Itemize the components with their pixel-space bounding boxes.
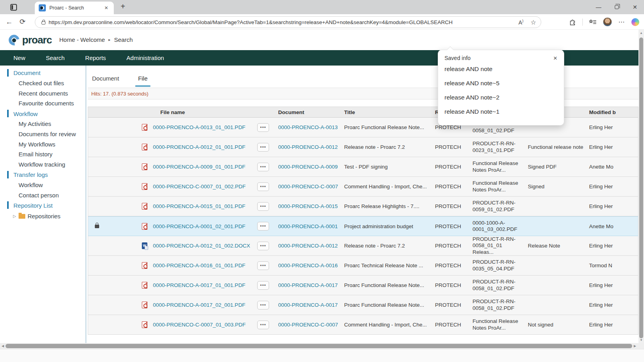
table-row[interactable]: 0000-PROENCO-A-0012_01_001.PDF ••• 0000-…	[88, 137, 638, 157]
row-menu-button[interactable]: •••	[257, 281, 269, 290]
scroll-up-icon[interactable]: ▲	[638, 31, 644, 35]
row-menu-button[interactable]: •••	[257, 222, 269, 231]
column-header-modified-by[interactable]: Modified b	[585, 109, 638, 115]
column-header-title[interactable]: Title	[340, 109, 431, 115]
saved-info-item[interactable]: release AND note~1	[438, 105, 564, 119]
document-link[interactable]: 0000-PROENCO-A-0009	[278, 164, 338, 170]
nav-item-administration[interactable]: Administration	[126, 54, 164, 61]
sidebar-item-workflow-tracking[interactable]: Workflow tracking	[0, 159, 86, 170]
table-row[interactable]: 0000-PROENCO-A-0012_01_002.DOCX ••• 0000…	[88, 236, 638, 256]
sidebar-item-recent-documents[interactable]: Recent documents	[0, 88, 86, 99]
sidebar-item-documents-for-review[interactable]: Documents for review	[0, 129, 86, 139]
document-link[interactable]: 0000-PROENCO-A-0017	[278, 282, 338, 288]
document-link[interactable]: 0000-PROENCO-A-0015	[278, 203, 338, 209]
site-security-icon[interactable]	[41, 21, 45, 24]
file-name-link[interactable]: 0000-PROENCO-A-0016_01_001.PDF	[153, 263, 245, 268]
read-aloud-icon[interactable]: A)	[518, 19, 523, 26]
file-name-link[interactable]: 0000-PROENCO-A-0009_01_001.PDF	[153, 164, 245, 170]
document-link[interactable]: 0000-PROENCO-A-0016	[278, 263, 338, 268]
row-menu-button[interactable]: •••	[257, 301, 269, 309]
sidebar-section-document[interactable]: Document	[0, 68, 86, 78]
file-name-link[interactable]: 0000-PROENCO-A-0001_02_001.PDF	[153, 223, 245, 229]
close-button[interactable]: ✕	[626, 0, 644, 14]
back-button[interactable]: ←	[2, 18, 16, 26]
file-name-link[interactable]: 0000-PROENCO-C-0007_01_002.PDF	[153, 184, 246, 189]
sidebar-item-workflow[interactable]: Workflow	[0, 180, 86, 190]
horizontal-scrollbar-thumb[interactable]	[6, 344, 632, 348]
minimize-button[interactable]: —	[589, 0, 608, 14]
vertical-scrollbar-thumb[interactable]	[639, 38, 643, 338]
row-menu-button[interactable]: •••	[257, 123, 269, 132]
sidebar-item-checked-out-files[interactable]: Checked out files	[0, 78, 86, 88]
sidebar-item-email-history[interactable]: Email history	[0, 149, 86, 159]
row-menu-button[interactable]: •••	[257, 261, 269, 270]
row-menu-button[interactable]: •••	[257, 242, 269, 250]
file-name-link[interactable]: 0000-PROENCO-C-0007_01_003.PDF	[153, 322, 246, 328]
document-link[interactable]: 0000-PROENCO-A-0012	[278, 144, 338, 150]
sidebar-section-transfer-logs[interactable]: Transfer logs	[0, 170, 86, 180]
file-name-link[interactable]: 0000-PROENCO-A-0013_01_001.PDF	[153, 124, 245, 130]
sidebar-tree-repositories[interactable]: ▷Repositories	[0, 210, 86, 221]
table-row[interactable]: 0000-PROENCO-A-0016_01_001.PDF ••• 0000-…	[88, 256, 638, 276]
document-link[interactable]: 0000-PROENCO-C-0007	[278, 184, 338, 189]
copilot-icon[interactable]	[631, 18, 639, 26]
nav-item-search[interactable]: Search	[46, 54, 65, 61]
breadcrumb-home[interactable]: Home - Welcome	[59, 36, 105, 43]
file-name-link[interactable]: 0000-PROENCO-A-0015_01_001.PDF	[153, 203, 245, 209]
tab-close-icon[interactable]: ✕	[103, 4, 110, 11]
scroll-right-icon[interactable]: ▶	[632, 344, 638, 348]
scroll-left-icon[interactable]: ◀	[0, 344, 6, 348]
column-header-document[interactable]: Document	[275, 109, 340, 115]
sidebar-item-contact-person[interactable]: Contact person	[0, 190, 86, 201]
sidebar-item-my-workflows[interactable]: My Workflows	[0, 139, 86, 150]
table-row[interactable]: 0000-PROENCO-A-0017_01_001.PDF ••• 0000-…	[88, 276, 638, 295]
horizontal-scrollbar[interactable]: ◀ ▶	[0, 343, 638, 349]
saved-info-close-icon[interactable]: ✕	[553, 55, 557, 61]
document-link[interactable]: 0000-PROENCO-A-0012	[278, 243, 338, 249]
tab-file[interactable]: File	[138, 75, 147, 82]
document-link[interactable]: 0000-PROENCO-C-0007	[278, 322, 338, 328]
row-menu-button[interactable]: •••	[257, 321, 269, 329]
url-field[interactable]: https://pm.dev.proarconline.com/web/loca…	[35, 16, 541, 28]
saved-info-item[interactable]: release AND note~5	[438, 76, 564, 90]
table-row[interactable]: 0000-PROENCO-A-0009_01_001.PDF ••• 0000-…	[88, 157, 638, 177]
tab-workspaces-icon[interactable]	[10, 4, 17, 11]
column-header-file-name[interactable]: File name	[88, 109, 257, 115]
table-row[interactable]: 0000-PROENCO-C-0007_01_003.PDF ••• 0000-…	[88, 315, 638, 335]
file-name-link[interactable]: 0000-PROENCO-A-0012_01_001.PDF	[153, 144, 245, 150]
tab-document[interactable]: Document	[92, 75, 119, 82]
document-link[interactable]: 0000-PROENCO-A-0001	[278, 223, 338, 229]
tree-expand-icon[interactable]: ▷	[13, 214, 16, 218]
saved-info-item[interactable]: release AND note~2	[438, 90, 564, 105]
profile-avatar[interactable]	[603, 17, 612, 26]
sidebar-section-repository-list[interactable]: Repository List	[0, 200, 86, 210]
table-row[interactable]: 0000-PROENCO-C-0007_01_002.PDF ••• 0000-…	[88, 177, 638, 197]
sidebar-item-my-activities[interactable]: My Activities	[0, 119, 86, 129]
table-row[interactable]: 0000-PROENCO-A-0001_02_001.PDF ••• 0000-…	[88, 216, 638, 236]
row-menu-button[interactable]: •••	[257, 182, 269, 191]
file-name-link[interactable]: 0000-PROENCO-A-0017_02_001.PDF	[153, 302, 245, 308]
nav-item-reports[interactable]: Reports	[85, 54, 106, 61]
favorites-bar-icon[interactable]	[589, 19, 597, 25]
saved-info-item[interactable]: release AND note	[438, 62, 564, 76]
extensions-icon[interactable]	[569, 19, 576, 26]
document-link[interactable]: 0000-PROENCO-A-0013	[278, 124, 338, 130]
file-name-link[interactable]: 0000-PROENCO-A-0012_01_002.DOCX	[153, 243, 250, 249]
document-link[interactable]: 0000-PROENCO-A-0017	[278, 302, 338, 308]
sidebar-item-favourite-documents[interactable]: Favourite documents	[0, 98, 86, 109]
scroll-down-icon[interactable]: ▼	[638, 338, 644, 342]
row-menu-button[interactable]: •••	[257, 163, 269, 171]
row-menu-button[interactable]: •••	[257, 202, 269, 211]
nav-item-new[interactable]: New	[13, 54, 25, 61]
proarc-logo[interactable]: proarc	[9, 34, 52, 46]
file-name-link[interactable]: 0000-PROENCO-A-0017_01_001.PDF	[153, 282, 245, 288]
row-menu-button[interactable]: •••	[257, 143, 269, 152]
table-row[interactable]: 0000-PROENCO-A-0015_01_001.PDF ••• 0000-…	[88, 197, 638, 216]
browser-tab[interactable]: Proarc - Search ✕	[35, 2, 114, 14]
favorite-star-icon[interactable]: ☆	[531, 19, 536, 26]
restore-button[interactable]	[608, 0, 626, 14]
sidebar-section-workflow[interactable]: Workflow	[0, 109, 86, 119]
refresh-button[interactable]: ⟳	[16, 17, 29, 26]
new-tab-button[interactable]: +	[118, 2, 128, 11]
vertical-scrollbar[interactable]: ▲ ▼	[638, 30, 644, 343]
